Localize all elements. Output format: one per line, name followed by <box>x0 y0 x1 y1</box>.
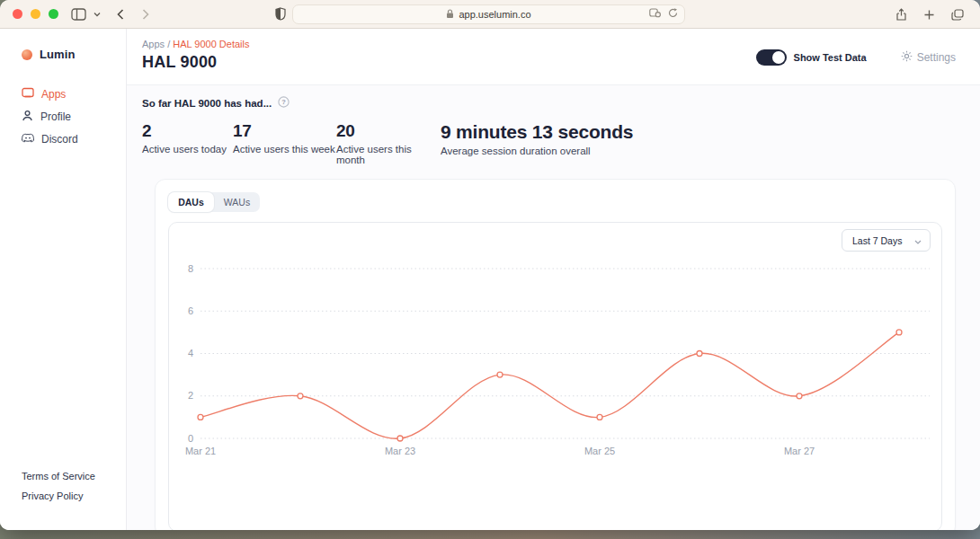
svg-text:4: 4 <box>188 348 193 358</box>
stat-value: 2 <box>142 121 233 141</box>
date-range-value: Last 7 Days <box>852 235 902 246</box>
lock-icon <box>446 9 454 21</box>
svg-text:Mar 25: Mar 25 <box>584 446 615 456</box>
stat-session-duration: 9 minutes 13 seconds Average session dur… <box>441 121 633 165</box>
stat-label: Active users this week <box>233 144 336 155</box>
sidebar: Lumin Apps Profile <box>0 29 127 530</box>
address-bar[interactable]: app.uselumin.co <box>292 4 685 24</box>
settings-label: Settings <box>917 51 956 64</box>
stat-value: 17 <box>233 121 336 141</box>
share-icon[interactable] <box>894 6 909 23</box>
stat-label: Average session duration overall <box>441 146 633 156</box>
svg-text:Mar 21: Mar 21 <box>185 446 216 456</box>
privacy-shield-icon[interactable] <box>275 7 286 24</box>
stat-active-month: 20 Active users this month <box>336 121 441 165</box>
breadcrumb-current: HAL 9000 Details <box>173 39 249 49</box>
url-text: app.uselumin.co <box>459 9 530 20</box>
svg-text:Mar 23: Mar 23 <box>385 446 415 456</box>
tab-daus[interactable]: DAUs <box>168 192 214 212</box>
stat-active-week: 17 Active users this week <box>233 121 336 165</box>
toggle-label: Show Test Data <box>794 52 867 63</box>
chart-card: Last 7 Days 02468Mar 21Mar 23Mar 25Mar 2… <box>168 222 942 530</box>
reload-icon[interactable] <box>668 8 678 20</box>
stats-row: 2 Active users today 17 Active users thi… <box>142 121 980 165</box>
breadcrumb-parent[interactable]: Apps <box>142 39 165 49</box>
chevron-down-icon <box>914 235 922 246</box>
svg-text:6: 6 <box>188 305 193 316</box>
sidebar-item-label: Profile <box>40 110 71 123</box>
page-header: Apps / HAL 9000 Details HAL 9000 Show Te… <box>127 29 980 85</box>
svg-text:Mar 27: Mar 27 <box>784 446 815 456</box>
svg-text:0: 0 <box>188 433 193 444</box>
brand-name: Lumin <box>40 48 76 61</box>
traffic-lights <box>0 9 58 19</box>
back-icon[interactable] <box>115 7 126 22</box>
close-window-button[interactable] <box>13 9 22 19</box>
gear-icon <box>901 50 913 65</box>
brand[interactable]: Lumin <box>22 48 126 61</box>
stat-active-today: 2 Active users today <box>142 121 233 165</box>
svg-text:?: ? <box>281 98 286 106</box>
forward-icon[interactable] <box>140 7 151 22</box>
sidebar-item-label: Apps <box>41 88 66 101</box>
sidebar-item-discord[interactable]: Discord <box>0 128 126 150</box>
dau-line-chart: 02468Mar 21Mar 23Mar 25Mar 27 <box>169 223 941 467</box>
help-circle-icon[interactable]: ? <box>278 96 290 110</box>
lumin-logo-icon <box>22 49 32 60</box>
sidebar-item-apps[interactable]: Apps <box>0 83 126 105</box>
stat-value: 9 minutes 13 seconds <box>441 121 633 143</box>
app-window-icon <box>22 87 34 101</box>
stat-label: Active users today <box>142 144 233 155</box>
stat-label: Active users this month <box>336 144 441 165</box>
chart-panel: DAUs WAUs Last 7 Days 02468Mar 21Mar 23M… <box>155 179 956 530</box>
chevron-down-icon[interactable] <box>92 10 102 19</box>
sidebar-item-profile[interactable]: Profile <box>0 105 126 128</box>
sidebar-icon[interactable] <box>69 6 88 22</box>
tab-overview-icon[interactable] <box>949 7 966 22</box>
terms-of-service-link[interactable]: Terms of Service <box>22 471 95 482</box>
browser-toolbar: app.uselumin.co <box>0 0 980 29</box>
browser-window: app.uselumin.co <box>0 0 980 530</box>
date-range-select[interactable]: Last 7 Days <box>842 229 931 252</box>
tab-waus[interactable]: WAUs <box>214 192 260 212</box>
stats-intro: So far HAL 9000 has had... <box>142 98 272 109</box>
show-test-data-toggle[interactable] <box>756 49 787 66</box>
zoom-window-button[interactable] <box>49 9 58 19</box>
settings-button[interactable]: Settings <box>901 50 956 65</box>
new-tab-icon[interactable] <box>922 8 936 22</box>
svg-text:2: 2 <box>188 390 193 401</box>
page-badge-icon[interactable] <box>649 8 661 20</box>
privacy-policy-link[interactable]: Privacy Policy <box>22 490 83 501</box>
sidebar-item-label: Discord <box>41 133 78 146</box>
chart-tabs: DAUs WAUs <box>168 192 260 212</box>
discord-icon <box>22 133 34 146</box>
svg-text:8: 8 <box>188 263 193 274</box>
minimize-window-button[interactable] <box>31 9 40 19</box>
stat-value: 20 <box>336 121 441 141</box>
person-icon <box>22 110 33 124</box>
